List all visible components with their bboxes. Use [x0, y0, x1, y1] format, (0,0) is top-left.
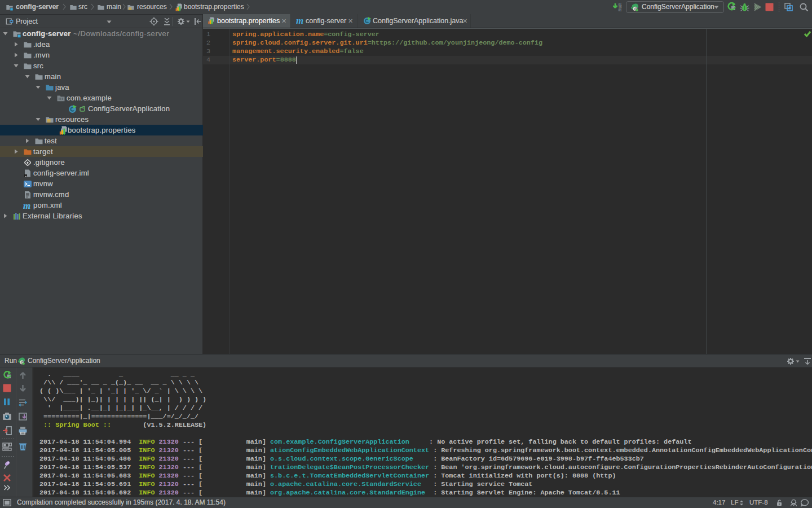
svg-text:01: 01 — [619, 9, 622, 12]
svg-text:m: m — [296, 16, 303, 25]
svg-text:m: m — [23, 201, 30, 210]
